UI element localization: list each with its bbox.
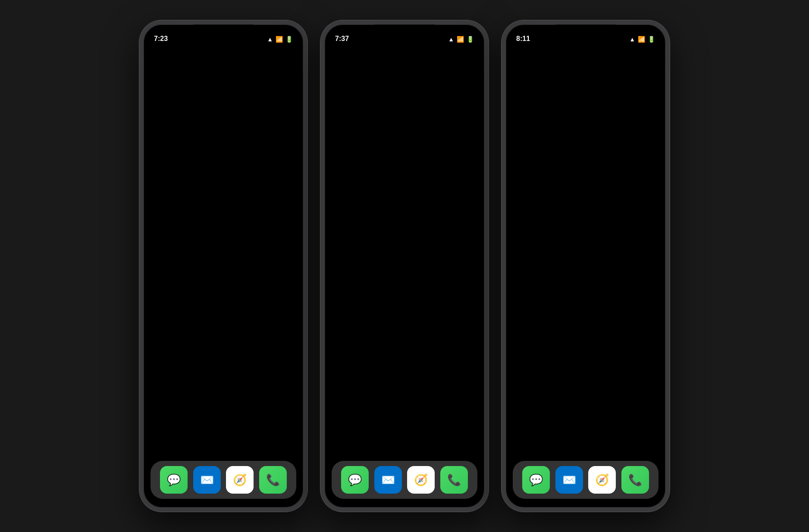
dock-3: 💬 ✉️ 🧭 📞 (513, 461, 658, 499)
reminders-icon-3[interactable]: 🔴 (552, 219, 581, 249)
notch-2 (374, 25, 435, 38)
maps-icon-2[interactable]: 🗺 (333, 123, 363, 152)
page-dots-3 (506, 457, 665, 460)
clock-icon-1[interactable] (151, 270, 180, 300)
camera-icon-1[interactable]: 📷 (265, 122, 295, 151)
calendar-day-1: 22 (192, 281, 205, 293)
clock-min-3 (604, 234, 611, 238)
mail-icon-1[interactable]: ✉️ (193, 466, 221, 494)
maps-icon-3[interactable]: 🗺 (584, 49, 614, 78)
dock-phone-2[interactable]: 📞 (440, 466, 468, 494)
notes-icon-2[interactable]: 📝 (406, 200, 435, 229)
battery-icon-1: 🔋 (285, 36, 293, 43)
dock-mail-2[interactable]: ✉️ (374, 466, 402, 494)
photos-icon-2[interactable] (409, 161, 438, 191)
clock-icon-3[interactable] (590, 219, 619, 249)
yt-play-button-3 (636, 58, 646, 69)
camera-icon-2[interactable]: 📷 (371, 161, 400, 191)
translate-icon-2[interactable]: A文 (409, 123, 438, 152)
calendar-icon-1[interactable]: Monday 22 (184, 270, 213, 300)
youtube-icon-1[interactable] (190, 122, 219, 151)
notes-icon-1[interactable]: 📝 (228, 160, 257, 190)
dock-1: 💬 ✉️ 🧭 📞 (151, 461, 296, 499)
yt-play-button-2 (382, 132, 391, 143)
status-time-2: 7:37 (335, 35, 349, 43)
status-icons-2: ▲ 📶 🔋 (448, 36, 474, 43)
signal-icon-2: ▲ (448, 36, 454, 43)
dock-messages-1[interactable]: 💬 (160, 466, 188, 494)
messages-icon-1[interactable]: 💬 (160, 466, 188, 494)
phone-3-screen: 8:11 ▲ 📶 🔋 📱 🎧 🎧 (506, 25, 665, 507)
safari-icon-3[interactable]: 🧭 (588, 466, 616, 494)
safari-icon-1[interactable]: 🧭 (226, 466, 254, 494)
settings-icon-1[interactable]: ⚙️ (190, 160, 219, 190)
phone-icon-3[interactable]: 📞 (621, 466, 649, 494)
phone-icon-2[interactable]: 📞 (440, 466, 468, 494)
status-time-1: 7:23 (154, 35, 168, 43)
settings-icon-2[interactable]: ⚙️ (446, 123, 476, 152)
wifi-icon-2: 📶 (457, 36, 464, 43)
camera-icon-3[interactable]: 📷 (552, 181, 581, 210)
home-icon-2[interactable]: 🏠 (446, 161, 476, 191)
music-title-1: The New Abnormal (223, 234, 276, 240)
reminders-icon-1[interactable]: 🔴 (265, 160, 295, 190)
translate-icon-1[interactable]: A文 (152, 160, 182, 190)
notch-1 (193, 25, 254, 38)
home-icon-3[interactable]: 🏠 (627, 181, 657, 210)
calendar-icon-2[interactable]: Monday 22 (365, 271, 395, 300)
podcast-time-left-2: 1H 47M LEFT (350, 204, 377, 208)
music-widget-small-1[interactable]: The New Abnormal The Strokes ♪ Music (218, 199, 282, 268)
dock-mail-3[interactable]: ✉️ (555, 466, 583, 494)
music-note-icon-1: ♪ (273, 204, 276, 213)
dock-safari-2[interactable]: 🧭 (407, 466, 435, 494)
settings-icon-3[interactable]: ⚙️ (625, 89, 655, 118)
calendar-day-2: 22 (373, 282, 386, 294)
phone-icon-1[interactable]: 📞 (259, 466, 287, 494)
home-icon-1[interactable]: 🏠 (184, 199, 213, 228)
clock-hour-2 (341, 282, 346, 286)
status-icons-3: ▲ 📶 🔋 (629, 36, 655, 43)
dock-2: 💬 ✉️ 🧭 📞 (332, 461, 477, 499)
page-dots-2 (325, 457, 484, 460)
dock-messages-3[interactable]: 💬 (522, 466, 550, 494)
translate-icon-3[interactable]: A文 (584, 89, 614, 118)
dot-2-inactive (406, 457, 409, 460)
safari-icon-2[interactable]: 🧭 (407, 466, 435, 494)
time-now: Now (156, 94, 165, 99)
dock-phone-1[interactable]: 📞 (259, 466, 287, 494)
photos-icon-1[interactable] (151, 199, 180, 228)
mail-icon-2[interactable]: ✉️ (374, 466, 402, 494)
calendar-icon-3[interactable]: Monday 22 (627, 219, 657, 249)
youtube-icon-3[interactable] (625, 49, 655, 78)
messages-icon-2[interactable]: 💬 (341, 466, 369, 494)
slack-icon-1[interactable]: # (228, 122, 257, 151)
dot-2-active (400, 457, 403, 460)
weather-bar (156, 88, 291, 92)
clock-icon-2[interactable] (332, 271, 361, 300)
podcast-widget-2[interactable]: 1H 47M LEFT Ali Abdaal 🎙 Podcasts (332, 200, 395, 269)
weather-row-1: ↑ 80° ☁️ Expect rain in the next hour (156, 54, 291, 78)
dock-safari-1[interactable]: 🧭 (226, 466, 254, 494)
messages-icon-3[interactable]: 💬 (522, 466, 550, 494)
slack-icon-3[interactable]: # (514, 181, 544, 210)
dock-mail-1[interactable]: ✉️ (193, 466, 221, 494)
mail-icon-3[interactable]: ✉️ (555, 466, 583, 494)
clock-min-2 (346, 285, 354, 290)
dock-messages-2[interactable]: 💬 (341, 466, 369, 494)
reminders-icon-2[interactable]: 🔴 (445, 200, 474, 229)
clock-hour-3 (599, 231, 605, 235)
time-830: 8:30 (282, 94, 291, 99)
dock-phone-3[interactable]: 📞 (621, 466, 649, 494)
notes-icon-3[interactable]: 📝 (514, 219, 544, 249)
maps-icon-1[interactable]: 🗺 (152, 122, 182, 151)
weather-widget-1[interactable]: ↑ 80° ☁️ Expect rain in the next hour In… (151, 49, 296, 109)
dock-safari-3[interactable]: 🧭 (588, 466, 616, 494)
photos-icon-3[interactable] (590, 181, 619, 210)
podcast-host-2: Ali Abdaal (354, 208, 373, 213)
youtube-icon-2[interactable] (371, 123, 400, 152)
dot-1-active (219, 457, 222, 460)
slack-icon-2[interactable]: # (333, 161, 363, 191)
cloud-icon: ☁️ (235, 54, 245, 63)
clock-min-hand-1 (165, 285, 172, 289)
phone-2-background (325, 25, 484, 507)
